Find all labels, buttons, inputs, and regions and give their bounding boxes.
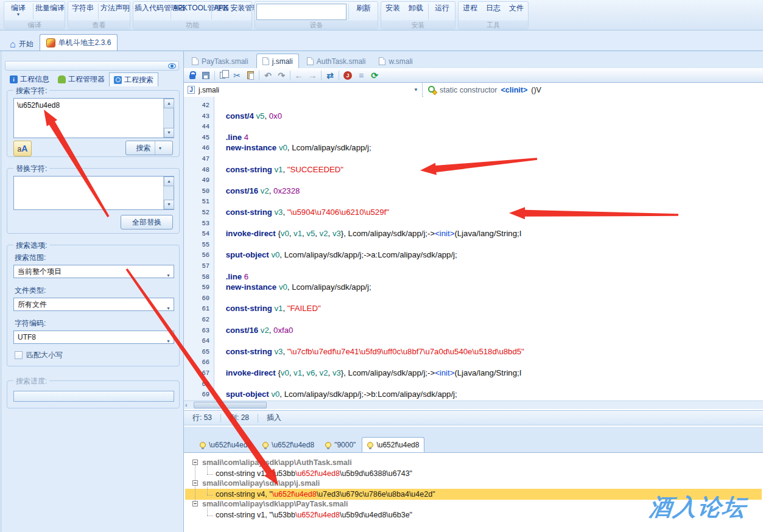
result-file-row[interactable]: –smali\com\alipay\sdk\app\AuthTask.smali bbox=[184, 458, 763, 468]
ribbon-group-label: 查看 bbox=[68, 20, 130, 29]
search-dropdown-icon[interactable]: ▼ bbox=[155, 141, 163, 155]
filetype-select[interactable]: 所有文件▼ bbox=[13, 298, 174, 311]
sidebar-tabs: i工程信息工程管理器工程搜索 bbox=[5, 72, 158, 86]
code-line: 42 bbox=[184, 100, 763, 111]
chevron-down-icon: ▼ bbox=[413, 87, 418, 93]
reload-icon[interactable]: ⟳ bbox=[368, 69, 381, 82]
search-string-group: 搜索字符: \u652f\u4ed8 ▲ ▼ aA 搜索▼ bbox=[7, 90, 180, 157]
format-icon[interactable]: ⇄ bbox=[324, 69, 336, 82]
result-tab[interactable]: \u652f\u4ed8 bbox=[258, 437, 319, 452]
ribbon-button[interactable]: 批量编译 bbox=[34, 3, 65, 13]
sidebar-tab[interactable]: i工程信息 bbox=[5, 72, 54, 86]
ribbon-button[interactable]: 编译▼ bbox=[4, 3, 32, 17]
redo-icon[interactable]: ↷ bbox=[275, 69, 287, 82]
java-icon[interactable]: J bbox=[342, 69, 354, 82]
ribbon-button[interactable]: 方法声明 bbox=[99, 3, 130, 13]
search-input[interactable]: \u652f\u4ed8 ▲ ▼ bbox=[13, 98, 174, 138]
replace-all-button[interactable]: 全部替换 bbox=[121, 215, 173, 229]
scope-select[interactable]: 当前整个项目▼ bbox=[13, 265, 174, 278]
result-match-row[interactable]: const-string v1, "\u53bb\u652f\u4ed8\u5b… bbox=[184, 469, 763, 479]
paste-icon[interactable] bbox=[244, 69, 256, 82]
code-line: 59 new-instance v0, Lcom/alipay/sdk/app/… bbox=[184, 282, 763, 293]
ribbon-button[interactable]: 文件 bbox=[505, 3, 528, 13]
editor-tab[interactable]: j.smali bbox=[256, 54, 299, 68]
result-tab[interactable]: "9000" bbox=[320, 437, 360, 452]
ribbon-button[interactable]: APKTOOL管理器 bbox=[172, 3, 211, 13]
replace-group-label: 替换字符: bbox=[13, 164, 49, 174]
code-line: 58 .line 6 bbox=[184, 272, 763, 283]
editor-toolbar: ✂↶↷←→⇄J≡⟳ bbox=[184, 68, 763, 83]
ribbon-button[interactable]: 刷新 bbox=[350, 3, 378, 13]
replace-string-group: 替换字符: ▲ ▼ 全部替换 bbox=[7, 168, 180, 234]
ribbon-button[interactable]: APK 安装管理器 bbox=[213, 3, 251, 13]
encoding-select[interactable]: UTF8▼ bbox=[13, 331, 174, 344]
code-line: 55 bbox=[184, 240, 763, 251]
horizontal-scrollbar[interactable]: ‹ bbox=[184, 401, 763, 409]
scroll-left-icon[interactable]: ‹ bbox=[185, 401, 188, 409]
search-progress-bar bbox=[13, 391, 174, 402]
method-suffix: ()V bbox=[531, 86, 541, 94]
code-line: 52 const-string v3, "\u5904\u7406\u6210\… bbox=[184, 208, 763, 219]
sidebar-tab[interactable]: 工程搜索 bbox=[109, 72, 158, 86]
result-tab[interactable]: \u652f\u4ed8 bbox=[195, 437, 256, 452]
case-toggle-button[interactable]: aA bbox=[13, 141, 32, 156]
ribbon-button[interactable]: 安装 bbox=[381, 3, 404, 13]
lightbulb-icon bbox=[200, 442, 206, 448]
code-line: 64 bbox=[184, 336, 763, 347]
search-icon bbox=[114, 76, 122, 84]
method-name: <clinit> bbox=[501, 86, 527, 94]
search-input-scrollbar[interactable]: ▲ ▼ bbox=[163, 99, 174, 138]
lines-icon[interactable]: ≡ bbox=[355, 69, 367, 82]
ribbon-button[interactable]: 进程 bbox=[459, 3, 482, 13]
match-case-row: 匹配大小写 bbox=[15, 350, 63, 360]
lock-icon[interactable] bbox=[186, 69, 199, 82]
ribbon-button[interactable]: 运行 bbox=[429, 3, 455, 13]
editor-tab[interactable]: w.smali bbox=[373, 54, 418, 69]
undo-icon[interactable]: ↶ bbox=[262, 69, 274, 82]
copy-icon[interactable] bbox=[217, 69, 230, 82]
scroll-down-icon[interactable]: ▼ bbox=[164, 200, 174, 209]
editor-tabs: PayTask.smalij.smaliAuthTask.smaliw.smal… bbox=[184, 51, 763, 68]
sidebar-topbar bbox=[5, 61, 179, 71]
result-file-row[interactable]: –smali\com\alipay\sdk\app\j.smali bbox=[184, 478, 763, 489]
sidebar-tab[interactable]: 工程管理器 bbox=[54, 72, 109, 86]
method-combo[interactable]: static constructor <clinit> ()V bbox=[423, 83, 763, 97]
code-line: 49 bbox=[184, 175, 763, 186]
ribbon-group-label: 设备 bbox=[255, 20, 378, 29]
code-line: 51 bbox=[184, 197, 763, 208]
cut-icon[interactable]: ✂ bbox=[231, 69, 243, 82]
back-icon[interactable]: ← bbox=[293, 69, 305, 82]
file-combo[interactable]: J j.smali ▼ bbox=[184, 83, 423, 97]
chevron-down-icon: ▼ bbox=[166, 335, 171, 348]
scroll-down-icon[interactable]: ▼ bbox=[164, 128, 174, 138]
code-line: 47 bbox=[184, 154, 763, 165]
match-case-checkbox[interactable] bbox=[15, 351, 23, 359]
tab-home[interactable]: ⌂ 开始 bbox=[4, 36, 40, 52]
code-line: 43 const/4 v5, 0x0 bbox=[184, 111, 763, 122]
editor-tab[interactable]: AuthTask.smali bbox=[301, 54, 371, 69]
search-button[interactable]: 搜索▼ bbox=[125, 141, 173, 155]
search-progress-group: 搜索进度: bbox=[7, 380, 180, 408]
sidebar: i工程信息工程管理器工程搜索 搜索字符: \u652f\u4ed8 ▲ ▼ aA… bbox=[0, 51, 184, 532]
result-tab[interactable]: \u652f\u4ed8 bbox=[362, 437, 424, 452]
eye-icon[interactable] bbox=[168, 63, 176, 69]
code-editor[interactable]: 4243 const/4 v5, 0x04445 .line 446 new-i… bbox=[184, 97, 763, 401]
scroll-up-icon[interactable]: ▲ bbox=[164, 177, 174, 186]
tab-project[interactable]: 单机斗地主2.3.6 bbox=[40, 34, 118, 51]
save-icon[interactable] bbox=[200, 69, 212, 82]
lightbulb-icon bbox=[262, 442, 269, 448]
ribbon-button[interactable]: 卸载 bbox=[404, 3, 427, 13]
replace-input-scrollbar[interactable]: ▲ ▼ bbox=[163, 177, 174, 209]
editor-tab[interactable]: PayTask.smali bbox=[186, 54, 254, 69]
code-line: 56 sput-object v0, Lcom/alipay/sdk/app/j… bbox=[184, 250, 763, 261]
replace-input[interactable]: ▲ ▼ bbox=[13, 176, 174, 210]
ribbon-button[interactable]: 插入代码管理器 bbox=[133, 3, 170, 13]
ribbon-button[interactable]: 日志 bbox=[482, 3, 505, 13]
code-line: 57 bbox=[184, 261, 763, 272]
device-list-box[interactable] bbox=[256, 4, 346, 20]
ribbon-button[interactable]: 字符串 bbox=[68, 3, 97, 13]
forward-icon[interactable]: → bbox=[306, 69, 318, 82]
scrollbar-thumb[interactable] bbox=[194, 402, 267, 408]
scroll-up-icon[interactable]: ▲ bbox=[164, 99, 174, 108]
ribbon-group: 插入代码管理器APKTOOL管理器APK 安装管理器功能 bbox=[133, 1, 252, 29]
